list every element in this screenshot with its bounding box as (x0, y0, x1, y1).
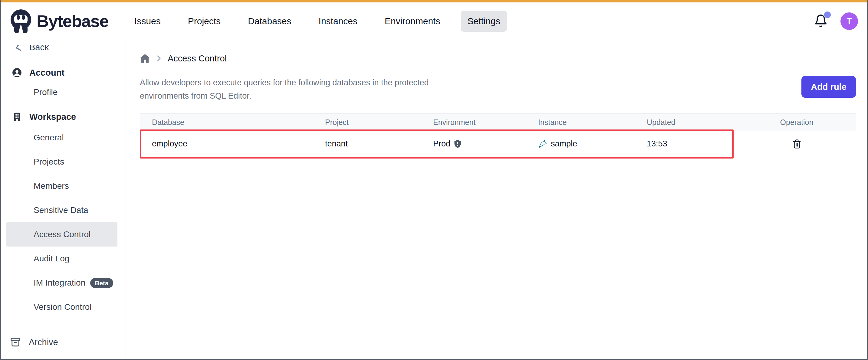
archive-label: Archive (29, 337, 58, 347)
back-button[interactable]: Back (1, 45, 126, 52)
back-row-clip: Back (1, 45, 126, 58)
column-header-database: Database (140, 118, 325, 127)
top-accent-bar (1, 0, 867, 2)
building-icon (12, 111, 22, 122)
topbar-right: T (814, 12, 858, 30)
cell-database: employee (140, 139, 325, 149)
breadcrumb: Access Control (140, 53, 856, 64)
sidebar-section-account: Account (1, 64, 126, 81)
user-avatar[interactable]: T (840, 12, 858, 30)
column-header-environment: Environment (433, 118, 538, 127)
notification-dot (824, 11, 831, 18)
nav-item-environments[interactable]: Environments (378, 10, 447, 32)
column-header-instance: Instance (538, 118, 647, 127)
cell-environment: Prod (433, 139, 538, 149)
back-label: Back (29, 45, 49, 52)
column-header-updated: Updated (647, 118, 738, 127)
nav-item-databases[interactable]: Databases (241, 10, 298, 32)
column-header-project: Project (325, 118, 433, 127)
sidebar-section-workspace: Workspace (1, 108, 126, 126)
access-rules-table: Database Project Environment Instance Up… (140, 113, 856, 157)
nav-item-settings[interactable]: Settings (461, 10, 507, 32)
sidebar-item-version-control[interactable]: Version Control (6, 295, 117, 319)
nav-item-projects[interactable]: Projects (181, 10, 227, 32)
delete-rule-button[interactable] (792, 139, 802, 149)
trash-icon (792, 139, 802, 149)
cell-operation (738, 139, 856, 149)
sidebar-item-sensitive-data[interactable]: Sensitive Data (6, 198, 117, 222)
column-header-operation: Operation (738, 118, 856, 127)
sidebar-item-archive[interactable]: Archive (1, 332, 126, 352)
top-navbar: Bytebase Issues Projects Databases Insta… (1, 2, 867, 40)
sidebar-item-label: IM Integration (34, 278, 85, 288)
sidebar-item-audit-log[interactable]: Audit Log (6, 247, 117, 271)
breadcrumb-current: Access Control (168, 54, 227, 64)
bytebase-logo-icon (10, 8, 32, 34)
beta-badge: Beta (90, 278, 113, 288)
add-rule-button[interactable]: Add rule (801, 76, 856, 98)
environment-name: Prod (433, 139, 451, 149)
notification-bell-button[interactable] (814, 13, 829, 29)
sidebar-section-label: Workspace (29, 112, 76, 122)
sidebar-section-label: Account (29, 68, 64, 78)
sidebar-item-access-control[interactable]: Access Control (6, 222, 117, 247)
chevron-left-icon (15, 45, 22, 52)
table-row: employee tenant Prod (140, 131, 856, 157)
access-control-page: Access Control Allow developers to execu… (126, 40, 867, 359)
brand-wordmark: Bytebase (37, 11, 108, 31)
cell-instance: sample (538, 139, 647, 149)
settings-sidebar: Back Account Profile (1, 40, 126, 359)
main-nav: Issues Projects Databases Instances Envi… (128, 10, 507, 32)
shield-alert-icon (453, 139, 462, 149)
mysql-icon (538, 139, 548, 149)
nav-item-instances[interactable]: Instances (312, 10, 364, 32)
sidebar-item-profile[interactable]: Profile (6, 81, 117, 103)
table-header-row: Database Project Environment Instance Up… (140, 113, 856, 131)
sidebar-item-projects[interactable]: Projects (6, 150, 117, 174)
cell-updated: 13:53 (647, 139, 738, 149)
page-description: Allow developers to execute queries for … (140, 76, 467, 103)
instance-name: sample (551, 139, 577, 149)
sidebar-item-general[interactable]: General (6, 126, 117, 150)
archive-icon (10, 337, 21, 348)
user-icon (12, 67, 22, 78)
nav-item-issues[interactable]: Issues (128, 10, 167, 32)
home-icon[interactable] (140, 54, 150, 63)
breadcrumb-chevron-icon (156, 55, 162, 62)
cell-project: tenant (325, 139, 433, 149)
app-window: Bytebase Issues Projects Databases Insta… (0, 0, 868, 360)
sidebar-item-im-integration[interactable]: IM Integration Beta (6, 271, 117, 295)
sidebar-item-members[interactable]: Members (6, 174, 117, 198)
brand-logo[interactable]: Bytebase (10, 8, 108, 34)
